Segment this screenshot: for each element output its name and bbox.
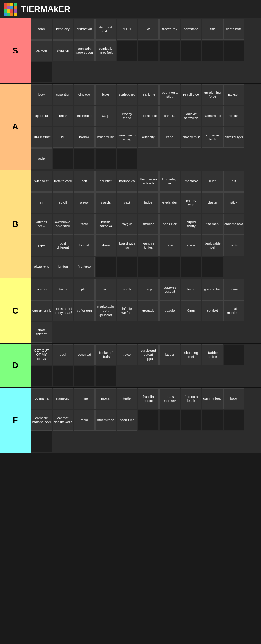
item-cane[interactable]: cane [159,127,180,148]
item-trowel[interactable]: trowel [117,344,137,365]
item-lamp[interactable]: lamp [138,279,159,300]
item-nut[interactable]: nut [223,171,244,192]
item-bible[interactable]: bible [95,84,116,105]
item-cardboard-cutout-floppa[interactable]: cardboard cutout floppa [138,344,159,365]
item-parkour[interactable]: parkour [31,40,52,61]
item-stick[interactable]: stick [223,192,244,213]
item-death-note[interactable]: death note [223,19,244,40]
item-franklin-badge[interactable]: franklin badge [138,388,159,409]
item-starblox-coffee[interactable]: starblox coffee [202,344,223,365]
item-blj[interactable]: blj [53,127,73,148]
item-croccy-friend[interactable]: croccy friend [117,106,137,126]
item-audacity[interactable]: audacity [138,127,159,148]
item-choccy-milk[interactable]: choccy milk [181,127,201,148]
item-sunshine-in-a-bag[interactable]: sunshine in a bag [117,127,137,148]
item-torch[interactable]: torch [53,279,73,300]
item-gummy-bear[interactable]: gummy bear [202,388,223,409]
item-board-with-nail[interactable]: board with nail [117,235,137,256]
item-ruler[interactable]: ruler [202,171,223,192]
item-cheems-cola[interactable]: cheems cola [223,214,244,235]
item-granola-bar[interactable]: granola bar [202,279,223,300]
item-comically-large-fork[interactable]: comically large fork [95,40,116,61]
item-lawnmower-on-a-stick[interactable]: lawnmower on a stick [53,214,73,235]
item-bobm[interactable]: bobm [31,19,52,40]
item-warp[interactable]: warp [95,106,116,126]
item-pants[interactable]: pants [223,235,244,256]
item-wish-vest[interactable]: wish vest [31,171,52,192]
item-frog-on-a-leash[interactable]: frog on a leash [181,388,201,409]
item-arrow[interactable]: arrow [74,192,95,213]
item-shopping-cart[interactable]: shopping cart [181,344,201,365]
item-hook-kick[interactable]: hook kick [159,214,180,235]
item-m191[interactable]: m191 [117,19,137,40]
item-brimstone[interactable]: brimstone [181,19,201,40]
item-pizza-rolls[interactable]: pizza rolls [31,257,52,277]
item-airpod-shotty[interactable]: airpod shotty [181,214,201,235]
item-the-man[interactable]: the man [202,214,223,235]
item-turtle[interactable]: turtle [117,388,137,409]
item-dimmadagger[interactable]: dimmadagger [159,171,180,192]
item-borrow[interactable]: borrow [74,127,95,148]
item-belt[interactable]: belt [74,171,95,192]
item-9mm[interactable]: 9mm [181,300,201,321]
item-paul[interactable]: paul [53,344,73,365]
item-masamune[interactable]: masamune [95,127,116,148]
item-jackson[interactable]: jackson [223,84,244,105]
item-camera[interactable]: camera [159,106,180,126]
item-radio[interactable]: radio [74,410,95,431]
item-brass-monkey[interactable]: brass monkey [159,388,180,409]
item-apparition[interactable]: apparition [53,84,73,105]
item-mine[interactable]: mine [74,388,95,409]
item-stands[interactable]: stands [95,192,116,213]
item-teamtrees[interactable]: #teamtrees [95,410,116,431]
item-pool-noodle[interactable]: pool noodle [138,106,159,126]
item-bow[interactable]: bow [31,84,52,105]
item-judge[interactable]: judge [138,192,159,213]
item-bobm-on-a-stick[interactable]: bobm on a stick [159,84,180,105]
item-w[interactable]: w [138,19,159,40]
item-america[interactable]: america [138,214,159,235]
item-pact[interactable]: pact [117,192,137,213]
item-baby[interactable]: baby [223,388,244,409]
item-british-bazooka[interactable]: british bazooka [95,214,116,235]
item-london[interactable]: london [53,257,73,277]
item-noob-tube[interactable]: noob tube [117,410,137,431]
item-bottle[interactable]: bottle [181,279,201,300]
item-cheezburger[interactable]: cheezburger [223,127,244,148]
item-get-out-of-my-head[interactable]: GET OUT OF MY HEAD [31,344,52,365]
item-kentucky[interactable]: kentucky [53,19,73,40]
item-unrelenting-force[interactable]: unrelenting force [202,84,223,105]
item-raygun[interactable]: raygun [117,214,137,235]
item-bucket-of-studs[interactable]: bucket of studs [95,344,116,365]
item-popeyes-buscuit[interactable]: popeyes buscuit [159,279,180,300]
item-nokia[interactable]: nokia [223,279,244,300]
item-mad-murderer[interactable]: mad murderer [223,300,244,321]
item-micheal-p[interactable]: micheal p [74,106,95,126]
item-spinbot[interactable]: spinbot [202,300,223,321]
item-comically-large-spoon[interactable]: comically large spoon [74,40,95,61]
item-fish[interactable]: fish [202,19,223,40]
item-yo-mama[interactable]: yo mama [31,388,52,409]
item-re-roll-dice[interactable]: re-roll dice [181,84,201,105]
item-pipe[interactable]: pipe [31,235,52,256]
item-spork[interactable]: spork [117,279,137,300]
item-witches-brew[interactable]: witches brew [31,214,52,235]
item-marketable-port[interactable]: marketable port (plushie) [95,300,116,321]
item-rebar[interactable]: rebar [53,106,73,126]
item-infinite-welfare[interactable]: infinite welfare [117,300,137,321]
item-plan[interactable]: plan [74,279,95,300]
item-uppercut[interactable]: uppercut [31,106,52,126]
item-him[interactable]: him [31,192,52,213]
item-aple[interactable]: aple [31,148,52,169]
item-fortnite-card[interactable]: fortnite card [53,171,73,192]
item-grenade[interactable]: grenade [138,300,159,321]
item-knuckle-samwitch[interactable]: knuckle samwitch [181,106,201,126]
item-fire-force[interactable]: fire force [74,257,95,277]
item-crowbar[interactable]: crowbar [31,279,52,300]
item-skateboard[interactable]: skateboard [117,84,137,105]
item-pirate-sidearm[interactable]: pirate sidearm [31,322,52,343]
item-freeze-ray[interactable]: freeze ray [159,19,180,40]
item-stopsign[interactable]: stopsign [53,40,73,61]
item-vampire-knifes[interactable]: vampire knifes [138,235,159,256]
item-paddle[interactable]: paddle [159,300,180,321]
